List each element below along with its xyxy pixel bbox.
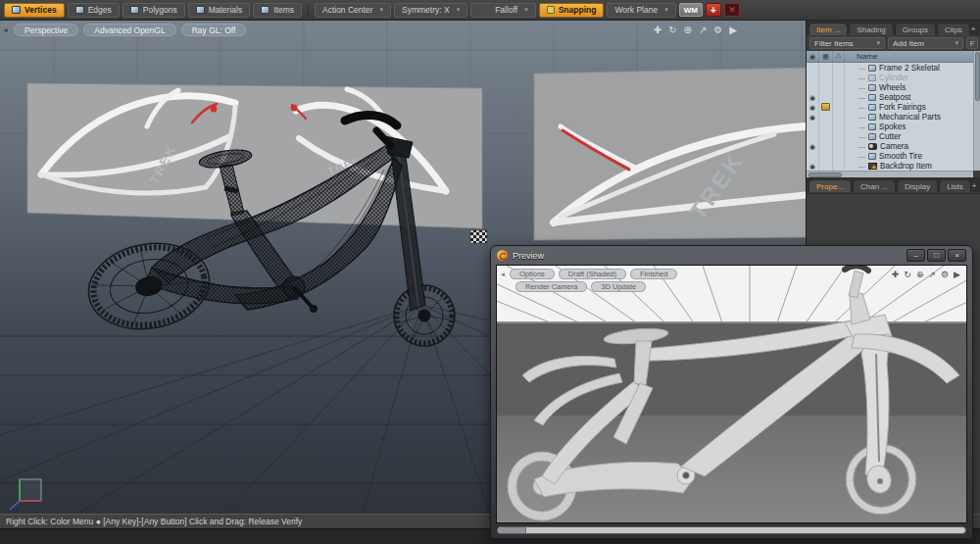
mode-button-materials[interactable]: Materials xyxy=(188,3,250,18)
red-tool-glyph: ✕ xyxy=(728,5,736,15)
render-column-icon: ▦ xyxy=(819,51,833,62)
preview-quality-button[interactable]: Draft (Shaded) xyxy=(559,269,626,279)
tab-bar-icons: + ↗ ⚙ ▶ xyxy=(971,25,980,35)
preview-title-bar[interactable]: Preview – □ × xyxy=(491,246,972,265)
falloff-label: Falloff xyxy=(495,5,517,15)
add-tab-icon[interactable]: + xyxy=(972,181,977,190)
items-cube-icon xyxy=(261,6,270,14)
pan-icon[interactable]: ✚ xyxy=(654,25,662,35)
update-mode-button[interactable]: 3D Update xyxy=(591,281,646,292)
wm-button[interactable]: WM xyxy=(679,3,703,17)
hierarchy-dash: — xyxy=(858,74,865,81)
add-tab-icon[interactable]: + xyxy=(971,25,976,33)
item-label: Smooth Tire xyxy=(879,152,922,161)
visibility-eye-icon[interactable]: ◉ xyxy=(807,141,819,151)
tab-clips[interactable]: Clips xyxy=(937,23,970,35)
mesh-item-icon xyxy=(868,65,876,72)
mode-button-edges[interactable]: Edges xyxy=(68,3,120,18)
materials-cube-icon xyxy=(196,6,205,14)
maximize-button[interactable]: □ xyxy=(927,249,946,262)
tab-shading[interactable]: Shading xyxy=(849,23,893,35)
orbit-icon[interactable]: ↻ xyxy=(904,270,911,279)
viewport-collapse-icon[interactable]: ◄ xyxy=(2,26,9,33)
preview-window[interactable]: Preview – □ × xyxy=(490,245,973,539)
add-button[interactable]: + xyxy=(706,3,721,17)
item-row-fork-fairings[interactable]: ◉ — Fork Fairings xyxy=(807,102,973,112)
item-row-mechanical-parts[interactable]: ◉ — Mechanical Parts xyxy=(807,112,973,122)
close-button[interactable]: × xyxy=(948,249,966,262)
viewport-header: ◄ Perspective Advanced OpenGL Ray GL: Of… xyxy=(2,24,246,36)
preview-render-area[interactable]: ◄ Options Draft (Shaded) Finished Render… xyxy=(496,265,967,523)
hierarchy-dash: — xyxy=(858,94,865,101)
item-row-backdrop-item[interactable]: ◉ — Backdrop Item xyxy=(807,161,973,171)
magnify-icon[interactable]: ⊕ xyxy=(916,270,924,279)
tab-channels[interactable]: Chan ... xyxy=(853,179,896,192)
preview-status-button[interactable]: Finished xyxy=(630,269,677,279)
item-row-frame-2-skeletal[interactable]: — Frame 2 Skeletal xyxy=(807,63,973,73)
tab-items[interactable]: Item ... xyxy=(808,23,848,35)
polygons-cube-icon xyxy=(130,6,139,14)
wm-label: WM xyxy=(684,6,698,15)
mode-button-vertices[interactable]: Vertices xyxy=(4,3,65,18)
viewport-type-button[interactable]: Perspective xyxy=(14,24,78,36)
scrollbar-thumb[interactable] xyxy=(975,52,980,101)
item-row-spokes[interactable]: — Spokes xyxy=(807,122,973,131)
maximize-viewport-icon[interactable]: ↗ xyxy=(699,25,707,35)
item-row-cylinder[interactable]: — Cylinder xyxy=(807,73,973,82)
preview-render xyxy=(497,266,967,522)
backdrop-item-icon xyxy=(868,163,877,170)
maximize-viewport-icon[interactable]: ↗ xyxy=(928,270,936,279)
more-icon[interactable]: ▶ xyxy=(729,25,737,35)
item-row-camera[interactable]: ◉ — Camera xyxy=(807,141,973,151)
visibility-eye-icon[interactable]: ◉ xyxy=(807,102,819,112)
mode-button-polygons[interactable]: Polygons xyxy=(122,3,185,18)
gear-icon[interactable]: ⚙ xyxy=(713,25,722,35)
raygl-button[interactable]: Ray GL: Off xyxy=(181,24,247,36)
orbit-icon[interactable]: ↻ xyxy=(668,25,676,35)
action-center-button[interactable]: Action Center ▾ xyxy=(315,3,391,18)
item-row-cutter[interactable]: — Cutter xyxy=(807,131,973,141)
tab-properties[interactable]: Prope... xyxy=(808,179,852,192)
reference-plane-right: TREK xyxy=(534,68,806,240)
mode-button-items[interactable]: Items xyxy=(253,3,302,18)
tab-groups[interactable]: Groups xyxy=(895,23,936,35)
shading-mode-button[interactable]: Advanced OpenGL xyxy=(83,24,175,36)
more-icon[interactable]: ▶ xyxy=(954,270,960,279)
edges-cube-icon xyxy=(75,6,84,14)
preview-collapse-icon[interactable]: ◄ xyxy=(500,272,506,277)
visibility-eye-icon[interactable]: ◉ xyxy=(807,112,819,122)
preview-options-button[interactable]: Options xyxy=(510,269,555,279)
hierarchy-dash: — xyxy=(858,65,865,72)
filter-items-dropdown[interactable]: Filter Items ▾ xyxy=(809,37,885,49)
visibility-eye-icon[interactable]: ◉ xyxy=(807,92,819,102)
add-item-dropdown[interactable]: Add Item ▾ xyxy=(888,37,963,49)
work-plane-button[interactable]: Work Plane ▾ xyxy=(607,3,675,18)
chevron-down-icon: ▾ xyxy=(524,6,528,14)
pan-icon[interactable]: ✚ xyxy=(892,270,900,279)
render-camera-button[interactable]: Render Camera xyxy=(515,281,587,292)
minimize-button[interactable]: – xyxy=(906,249,925,262)
item-label: Camera xyxy=(880,142,908,151)
filter-button[interactable]: F xyxy=(966,37,978,49)
item-label: Frame 2 Skeletal xyxy=(879,64,940,73)
snapping-button[interactable]: Snapping xyxy=(539,3,605,18)
item-list-vertical-scrollbar[interactable] xyxy=(973,51,980,171)
item-row-seatpost[interactable]: ◉ — Seatpost xyxy=(807,92,973,102)
magnify-icon[interactable]: ⊕ xyxy=(684,25,692,35)
symmetry-button[interactable]: Symmetry: X ▾ xyxy=(394,3,467,18)
tab-display[interactable]: Display xyxy=(897,179,938,192)
hierarchy-dash: — xyxy=(858,104,865,111)
snapping-label: Snapping xyxy=(559,5,597,15)
viewport-nav-icons: ✚ ↻ ⊕ ↗ ⚙ ▶ xyxy=(654,25,737,35)
toolbar-separator xyxy=(308,4,309,17)
falloff-button[interactable]: Falloff ▾ xyxy=(470,3,536,18)
preview-progress-bar xyxy=(497,526,966,534)
chevron-down-icon: ▾ xyxy=(664,6,668,14)
tab-lists[interactable]: Lists xyxy=(939,179,970,192)
item-label: Wheels xyxy=(879,83,906,92)
visibility-eye-icon[interactable]: ◉ xyxy=(807,161,819,171)
item-row-wheels[interactable]: — Wheels xyxy=(807,82,973,92)
item-row-smooth-tire[interactable]: — Smooth Tire xyxy=(807,151,973,161)
red-tool-icon[interactable]: ✕ xyxy=(724,3,740,17)
gear-icon[interactable]: ⚙ xyxy=(941,270,949,279)
